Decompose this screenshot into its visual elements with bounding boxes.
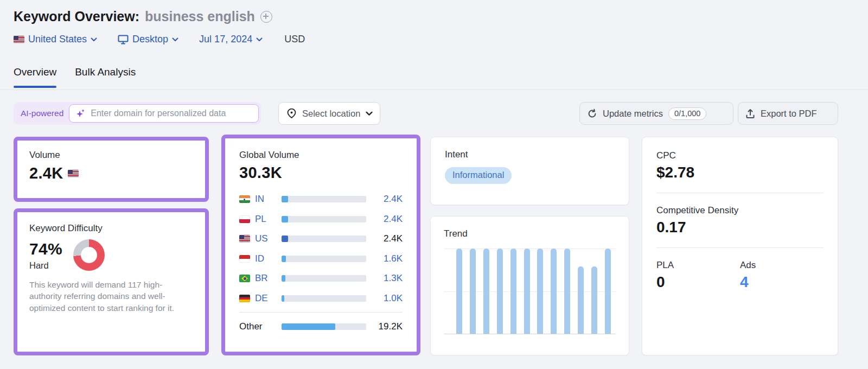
trend-label: Trend — [444, 228, 616, 239]
trend-bar — [564, 249, 570, 334]
currency-label: USD — [284, 34, 305, 45]
cpc-label: CPC — [656, 150, 824, 161]
country-code-link[interactable]: ID — [255, 253, 272, 264]
global-volume-label: Global Volume — [239, 150, 403, 161]
global-volume-row: PL 2.4K — [239, 209, 403, 230]
divider — [239, 312, 403, 313]
global-volume-row: IN 2.4K — [239, 189, 403, 209]
select-location-dropdown[interactable]: Select location — [278, 102, 380, 125]
cpc-value: $2.78 — [656, 164, 824, 181]
domain-input[interactable] — [91, 109, 252, 118]
volume-bar-track — [282, 236, 366, 242]
volume-bar-track — [282, 323, 366, 330]
keyword-difficulty-label: Keyword Difficulty — [29, 223, 193, 234]
metrics-quota-badge: 0/1,000 — [668, 107, 706, 120]
us-flag-icon — [14, 36, 24, 43]
country-code-link[interactable]: US — [255, 233, 272, 244]
trend-bar — [510, 249, 516, 334]
global-volume-row: ID 1.6K — [239, 249, 403, 269]
country-volume-value[interactable]: 1.6K — [375, 253, 403, 264]
trend-bar — [537, 249, 543, 334]
trend-bar — [470, 249, 476, 334]
global-volume-list: IN 2.4K PL 2.4K US 2.4K ID 1.6K BR 1.3K — [239, 189, 403, 337]
pl-flag-icon — [239, 215, 250, 223]
competitive-density-label: Competitive Density — [656, 205, 824, 216]
country-volume-value[interactable]: 1.0K — [375, 293, 403, 304]
volume-label: Volume — [29, 150, 193, 161]
de-flag-icon — [239, 295, 250, 302]
pla-value: 0 — [656, 273, 740, 291]
trend-bar — [483, 249, 489, 334]
chevron-down-icon — [366, 111, 372, 116]
country-volume-value[interactable]: 1.3K — [375, 273, 403, 284]
device-filter-label: Desktop — [132, 34, 168, 45]
export-icon — [745, 109, 755, 119]
br-flag-icon — [239, 275, 250, 282]
keyword-difficulty-card: Keyword Difficulty 74% Hard This keyword… — [14, 208, 209, 355]
domain-input-wrap — [69, 104, 259, 123]
id-flag-icon — [239, 255, 250, 263]
global-volume-other-row: Other 19.2K — [239, 316, 403, 337]
country-code-link[interactable]: IN — [255, 194, 272, 205]
tab-divider — [0, 90, 868, 90]
pla-label: PLA — [656, 260, 740, 271]
trend-bar — [497, 249, 503, 334]
global-volume-row: DE 1.0K — [239, 289, 403, 309]
trend-bar — [456, 249, 462, 334]
volume-value: 2.4K — [29, 164, 63, 182]
country-code-link[interactable]: DE — [255, 293, 272, 304]
add-keyword-icon[interactable] — [260, 11, 272, 23]
country-volume-value[interactable]: 2.4K — [375, 194, 403, 205]
trend-bar — [524, 249, 530, 334]
tab-bulk-analysis[interactable]: Bulk Analysis — [75, 66, 136, 88]
volume-bar-fill — [282, 196, 288, 202]
date-filter[interactable]: Jul 17, 2024 — [199, 34, 263, 45]
filter-bar: United States Desktop Jul 17, 2024 USD — [14, 34, 305, 45]
volume-bar-fill — [282, 256, 286, 262]
competitive-density-value: 0.17 — [656, 219, 824, 236]
volume-bar-track — [282, 275, 366, 282]
device-filter[interactable]: Desktop — [118, 34, 178, 45]
global-volume-row-current: US 2.4K — [239, 229, 403, 249]
sparkles-icon — [76, 109, 86, 118]
export-pdf-label: Export to PDF — [761, 109, 817, 119]
update-metrics-button[interactable]: Update metrics 0/1,000 — [579, 102, 733, 125]
export-pdf-button[interactable]: Export to PDF — [738, 102, 838, 125]
volume-card: Volume 2.4K — [14, 137, 209, 202]
volume-bar-track — [282, 216, 366, 222]
global-volume-value: 30.3K — [239, 164, 403, 182]
difficulty-donut — [73, 239, 105, 271]
country-code-link[interactable]: BR — [255, 273, 272, 284]
country-code-link[interactable]: PL — [255, 214, 272, 225]
keyword-difficulty-severity: Hard — [29, 260, 62, 271]
keyword-text: business english — [145, 9, 255, 24]
volume-bar-fill — [282, 323, 335, 330]
volume-bar-fill — [282, 295, 284, 302]
trend-bars — [444, 249, 616, 334]
divider — [656, 247, 824, 248]
trend-bar — [591, 266, 597, 334]
update-metrics-label: Update metrics — [603, 109, 663, 119]
trend-bar — [578, 266, 584, 334]
country-filter[interactable]: United States — [14, 34, 97, 45]
country-filter-label: United States — [28, 34, 87, 45]
date-filter-label: Jul 17, 2024 — [199, 34, 252, 45]
global-volume-card: Global Volume 30.3K IN 2.4K PL 2.4K US 2… — [221, 135, 420, 355]
chevron-down-icon — [91, 37, 97, 42]
chevron-down-icon — [172, 37, 178, 42]
toolbar: AI-powered Select location Update metric… — [0, 102, 868, 125]
country-volume-value: 2.4K — [375, 233, 403, 244]
keyword-difficulty-value: 74% — [29, 240, 62, 258]
intent-card: Intent Informational — [430, 137, 629, 205]
trend-bar — [605, 249, 611, 334]
country-volume-value[interactable]: 2.4K — [375, 214, 403, 225]
intent-badge[interactable]: Informational — [445, 167, 512, 184]
keyword-difficulty-description: This keyword will demand 117 high-author… — [29, 279, 193, 314]
divider — [656, 193, 824, 193]
global-volume-row: BR 1.3K — [239, 269, 403, 289]
volume-bar-fill — [282, 275, 285, 282]
trend-bar — [551, 249, 557, 334]
tab-overview[interactable]: Overview — [14, 66, 56, 88]
ads-value[interactable]: 4 — [740, 273, 824, 291]
trend-card: Trend — [430, 216, 629, 355]
